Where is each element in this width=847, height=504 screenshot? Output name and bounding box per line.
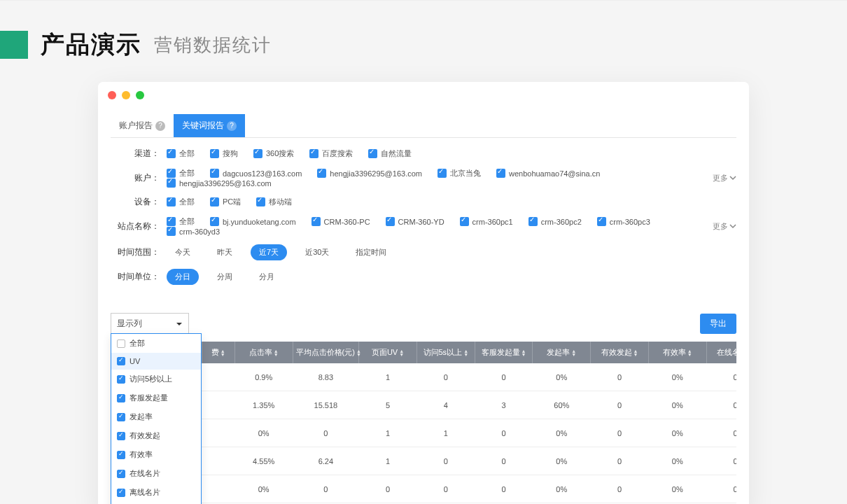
window-controls bbox=[98, 82, 749, 108]
filter-checkbox-item[interactable]: dagcuos123@163.com bbox=[210, 168, 302, 178]
column-header[interactable]: 点击率▲▼ bbox=[234, 342, 293, 363]
filter-checkbox-item[interactable]: 北京当兔 bbox=[438, 168, 481, 178]
table-cell bbox=[202, 363, 234, 391]
time-option[interactable]: 近30天 bbox=[297, 244, 337, 260]
more-button[interactable]: 更多 bbox=[713, 221, 736, 232]
checkbox-icon bbox=[528, 217, 538, 226]
table-cell: 0 bbox=[475, 419, 533, 447]
table-cell: 3 bbox=[475, 391, 533, 419]
column-option[interactable]: 访问5秒以上 bbox=[111, 370, 201, 388]
header-label: 平均点击价格(元) bbox=[296, 348, 355, 356]
table-cell: 0 bbox=[706, 475, 736, 503]
column-header[interactable]: 有效发起▲▼ bbox=[591, 342, 649, 363]
column-header[interactable]: 客服发起量▲▼ bbox=[475, 342, 533, 363]
filter-checkbox-item[interactable]: 全部 bbox=[167, 197, 195, 207]
time-option[interactable]: 今天 bbox=[167, 244, 199, 260]
filter-checkbox-item[interactable]: 全部 bbox=[167, 148, 195, 159]
filter-checkbox-item[interactable]: 百度搜索 bbox=[309, 148, 353, 159]
column-header[interactable]: 发起率▲▼ bbox=[533, 342, 591, 363]
column-header[interactable]: 有效率▲▼ bbox=[648, 342, 706, 363]
table-row: 天bj-云朵课堂0.9%8.831000%00%000% bbox=[111, 363, 736, 391]
table-body: 天bj-云朵课堂0.9%8.831000%00%000%天bj-云朵课堂1.35… bbox=[111, 363, 736, 503]
minimize-icon[interactable] bbox=[122, 91, 130, 99]
checkbox-icon bbox=[210, 197, 219, 206]
filter-checkbox-item[interactable]: 360搜索 bbox=[253, 148, 294, 159]
help-icon[interactable]: ? bbox=[155, 121, 165, 131]
checkbox-icon bbox=[210, 217, 219, 226]
checkbox-label: hengjia3396295@163.com bbox=[330, 169, 422, 178]
table-header-row: 账户费▲▼点击率▲▼平均点击价格(元)▲▼页面UV▲▼访问5s以上▲▼客服发起量… bbox=[111, 342, 736, 363]
filter-checkbox-item[interactable]: hengjia3396295@163.com bbox=[167, 178, 272, 188]
table-row: 天bj-云朵课堂0%01100%00%000% bbox=[111, 419, 736, 447]
filter-checkbox-item[interactable]: wenbohuamao74@sina.cn bbox=[496, 168, 600, 178]
filter-checkbox-item[interactable]: 搜狗 bbox=[210, 148, 238, 159]
tab-keyword-report[interactable]: 关键词报告 ? bbox=[174, 114, 245, 137]
filter-checkbox-item[interactable]: crm-360pc2 bbox=[528, 216, 582, 227]
checkbox-label: CRM-360-YD bbox=[398, 218, 444, 226]
column-header[interactable]: 费▲▼ bbox=[202, 342, 234, 363]
column-header[interactable]: 在线名片▲▼ bbox=[706, 342, 736, 363]
maximize-icon[interactable] bbox=[136, 91, 144, 99]
column-header[interactable]: 访问5s以上▲▼ bbox=[416, 342, 475, 363]
sort-icon: ▲▼ bbox=[522, 349, 526, 356]
tab-account-report[interactable]: 账户报告 ? bbox=[111, 114, 174, 137]
table-cell: 0 bbox=[416, 475, 475, 503]
help-icon[interactable]: ? bbox=[227, 121, 237, 131]
time-option[interactable]: 分周 bbox=[209, 269, 241, 285]
table-cell: 0% bbox=[234, 419, 293, 447]
filter-checkbox-item[interactable]: bj.yunduoketang.com bbox=[210, 216, 296, 227]
filter-checkbox-item[interactable]: PC端 bbox=[210, 197, 241, 207]
table-cell: 0% bbox=[648, 447, 706, 475]
close-icon[interactable] bbox=[108, 91, 116, 99]
time-option[interactable]: 分月 bbox=[251, 269, 283, 285]
filter-label: 渠道： bbox=[111, 148, 160, 160]
table-cell: 1 bbox=[416, 419, 475, 447]
time-option[interactable]: 昨天 bbox=[209, 244, 241, 260]
filter-site: 站点名称： 全部bj.yunduoketang.comCRM-360-PCCRM… bbox=[111, 216, 736, 236]
filter-checkbox-item[interactable]: CRM-360-PC bbox=[312, 216, 370, 227]
time-option[interactable]: 指定时间 bbox=[347, 244, 395, 260]
time-option[interactable]: 近7天 bbox=[251, 244, 287, 260]
option-label: 离线名片 bbox=[130, 487, 160, 498]
checkbox-icon bbox=[167, 149, 176, 158]
column-option[interactable]: 在线名片 bbox=[111, 464, 201, 483]
table-row: 天bj-云朵课堂1.35%15.51854360%00%000% bbox=[111, 391, 736, 419]
table-cell bbox=[202, 419, 234, 447]
table-cell: 4 bbox=[416, 391, 475, 419]
data-table: 账户费▲▼点击率▲▼平均点击价格(元)▲▼页面UV▲▼访问5s以上▲▼客服发起量… bbox=[111, 342, 736, 503]
table-cell: 0% bbox=[533, 447, 591, 475]
column-option[interactable]: 有效发起 bbox=[111, 426, 201, 445]
filter-checkbox-item[interactable]: crm-360yd3 bbox=[167, 227, 220, 236]
column-option[interactable]: 客服发起量 bbox=[111, 388, 201, 407]
brand-block bbox=[0, 31, 28, 59]
option-label: 在线名片 bbox=[130, 468, 160, 479]
more-button[interactable]: 更多 bbox=[713, 173, 736, 183]
filter-checkbox-item[interactable]: hengjia3396295@163.com bbox=[317, 168, 422, 178]
header-label: 费 bbox=[211, 348, 219, 356]
table-cell: 0 bbox=[591, 475, 649, 503]
column-select-dropdown[interactable]: 显示列 bbox=[111, 313, 189, 335]
table-cell: 5 bbox=[359, 391, 417, 419]
filter-checkbox-item[interactable]: crm-360pc1 bbox=[460, 216, 513, 227]
column-option[interactable]: 离线名片 bbox=[111, 483, 201, 502]
export-button[interactable]: 导出 bbox=[700, 314, 736, 334]
column-option[interactable]: 全部 bbox=[111, 334, 201, 353]
column-header[interactable]: 页面UV▲▼ bbox=[359, 342, 417, 363]
option-label: 客服发起量 bbox=[130, 393, 168, 403]
filter-checkbox-item[interactable]: 移动端 bbox=[256, 197, 292, 207]
column-option[interactable]: UV bbox=[111, 353, 201, 370]
checkbox-icon bbox=[496, 169, 505, 178]
table-cell: 1 bbox=[359, 363, 417, 391]
filter-checkbox-item[interactable]: CRM-360-YD bbox=[386, 216, 444, 227]
checkbox-label: 自然流量 bbox=[381, 148, 412, 159]
column-option[interactable]: 发起率 bbox=[111, 407, 201, 426]
time-option[interactable]: 分日 bbox=[167, 269, 199, 285]
column-option[interactable]: 有效率 bbox=[111, 445, 201, 464]
filter-checkbox-item[interactable]: crm-360pc3 bbox=[597, 216, 650, 227]
checkbox-label: dagcuos123@163.com bbox=[223, 169, 302, 178]
table-cell: 8.83 bbox=[293, 363, 359, 391]
table-cell: 0.9% bbox=[234, 363, 293, 391]
column-select-menu[interactable]: 全部UV访问5秒以上客服发起量发起率有效发起有效率在线名片离线名片名片索取率有效… bbox=[111, 333, 202, 504]
column-header[interactable]: 平均点击价格(元)▲▼ bbox=[293, 342, 359, 363]
filter-checkbox-item[interactable]: 自然流量 bbox=[368, 148, 412, 159]
